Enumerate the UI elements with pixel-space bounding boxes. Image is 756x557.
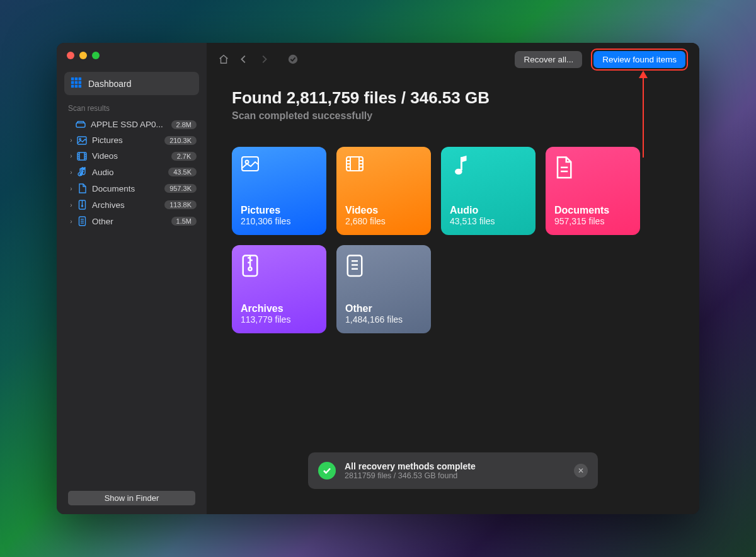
card-title: Audio [450, 205, 527, 216]
music-icon [450, 156, 469, 175]
card-subtitle: 1,484,166 files [345, 314, 422, 324]
svg-rect-5 [79, 81, 82, 84]
card-subtitle: 957,315 files [554, 216, 631, 226]
dashboard-button[interactable]: Dashboard [64, 72, 199, 95]
sidebar-item-badge: 957.3K [164, 184, 197, 193]
sidebar-item-badge: 43.5K [168, 168, 197, 176]
sidebar-disk-row[interactable]: APPLE SSD AP0... 2.8M [63, 117, 200, 132]
svg-rect-0 [71, 78, 74, 81]
svg-rect-4 [75, 81, 78, 84]
home-button[interactable] [218, 54, 229, 65]
dashboard-icon [71, 77, 82, 90]
nav-forward-button[interactable] [258, 54, 270, 65]
sidebar: Dashboard Scan results APPLE SSD AP0... … [57, 43, 207, 514]
svg-rect-3 [71, 81, 74, 84]
svg-point-31 [246, 161, 249, 164]
card-audio[interactable]: Audio 43,513 files [441, 147, 536, 235]
svg-rect-7 [75, 85, 78, 88]
toolbar: Recover all... Review found items [207, 43, 699, 76]
svg-point-11 [79, 138, 81, 140]
sidebar-section-label: Scan results [57, 104, 207, 117]
svg-rect-8 [79, 85, 82, 88]
status-checkmark-icon [287, 54, 299, 65]
svg-rect-1 [75, 78, 78, 81]
chevron-right-icon: › [67, 169, 76, 176]
sidebar-item-other[interactable]: › Other 1.5M [63, 213, 200, 229]
sidebar-item-label: Audio [92, 168, 168, 177]
sidebar-item-archives[interactable]: › Archives 113.8K [63, 197, 200, 213]
card-title: Documents [554, 205, 631, 216]
card-title: Other [345, 303, 422, 314]
svg-rect-6 [71, 85, 74, 88]
review-found-items-button[interactable]: Review found items [593, 51, 685, 68]
sidebar-tree: APPLE SSD AP0... 2.8M › Pictures 210.3K … [57, 117, 207, 229]
svg-point-29 [289, 55, 297, 64]
nav-back-button[interactable] [238, 54, 249, 65]
toast-subtitle: 2811759 files / 346.53 GB found [345, 471, 565, 480]
category-cards: Pictures 210,306 files Videos 2,680 file… [207, 122, 699, 333]
dashboard-label: Dashboard [88, 79, 132, 89]
window-maximize-button[interactable] [92, 52, 100, 59]
chevron-right-icon: › [67, 218, 76, 225]
archive-icon [241, 254, 260, 273]
annotation-arrow [643, 72, 644, 158]
toast-title: All recovery methods complete [345, 461, 565, 471]
sidebar-item-documents[interactable]: › Documents 957.3K [63, 180, 200, 197]
sidebar-item-label: Pictures [92, 135, 164, 145]
window-traffic-lights [57, 52, 207, 59]
svg-point-21 [79, 173, 83, 176]
card-documents[interactable]: Documents 957,315 files [546, 147, 640, 235]
sidebar-item-badge: 1.5M [171, 217, 197, 226]
sidebar-disk-badge: 2.8M [171, 120, 197, 129]
success-check-icon [318, 462, 336, 479]
card-title: Videos [345, 205, 422, 216]
card-title: Archives [241, 303, 318, 314]
headline: Found 2,811,759 files / 346.53 GB Scan c… [207, 76, 699, 122]
show-in-finder-button[interactable]: Show in Finder [68, 491, 195, 505]
sidebar-disk-label: APPLE SSD AP0... [91, 120, 171, 129]
card-other[interactable]: Other 1,484,166 files [336, 245, 431, 333]
card-pictures[interactable]: Pictures 210,306 files [232, 147, 326, 235]
card-subtitle: 113,779 files [241, 314, 318, 324]
window-close-button[interactable] [67, 52, 74, 59]
sidebar-item-audio[interactable]: › Audio 43.5K [63, 164, 200, 180]
window-minimize-button[interactable] [79, 52, 87, 59]
card-subtitle: 43,513 files [450, 216, 527, 226]
sidebar-item-badge: 113.8K [164, 200, 197, 209]
sidebar-item-label: Other [92, 217, 171, 226]
card-archives[interactable]: Archives 113,779 files [232, 245, 326, 333]
svg-point-24 [81, 205, 83, 207]
svg-rect-10 [77, 137, 86, 144]
chevron-right-icon: › [67, 202, 76, 209]
annotation-highlight: Review found items [591, 49, 688, 71]
other-icon [345, 254, 364, 273]
sidebar-item-label: Videos [92, 151, 171, 161]
sidebar-item-label: Archives [92, 200, 164, 210]
document-icon [554, 156, 573, 175]
video-icon [345, 156, 364, 175]
chevron-right-icon: › [67, 152, 76, 159]
sidebar-item-videos[interactable]: › Videos 2.7K [63, 148, 200, 164]
card-videos[interactable]: Videos 2,680 files [336, 147, 431, 235]
toast-close-button[interactable]: ✕ [574, 464, 588, 478]
document-icon [76, 183, 88, 193]
svg-point-49 [249, 267, 252, 270]
disk-icon [74, 121, 87, 129]
card-subtitle: 2,680 files [345, 216, 422, 226]
video-icon [76, 152, 88, 161]
chevron-right-icon: › [67, 137, 76, 144]
other-icon [76, 216, 88, 226]
card-subtitle: 210,306 files [241, 216, 318, 226]
image-icon [76, 136, 88, 145]
music-icon [76, 167, 88, 177]
svg-rect-2 [79, 78, 82, 81]
sidebar-item-badge: 2.7K [171, 152, 197, 161]
svg-rect-30 [242, 157, 258, 171]
sidebar-item-pictures[interactable]: › Pictures 210.3K [63, 132, 200, 148]
headline-subtitle: Scan completed successfully [232, 110, 674, 122]
headline-title: Found 2,811,759 files / 346.53 GB [232, 88, 674, 108]
chevron-right-icon: › [67, 185, 76, 192]
recover-all-button[interactable]: Recover all... [515, 51, 582, 68]
app-window: Dashboard Scan results APPLE SSD AP0... … [57, 43, 699, 514]
archive-icon [76, 200, 88, 210]
